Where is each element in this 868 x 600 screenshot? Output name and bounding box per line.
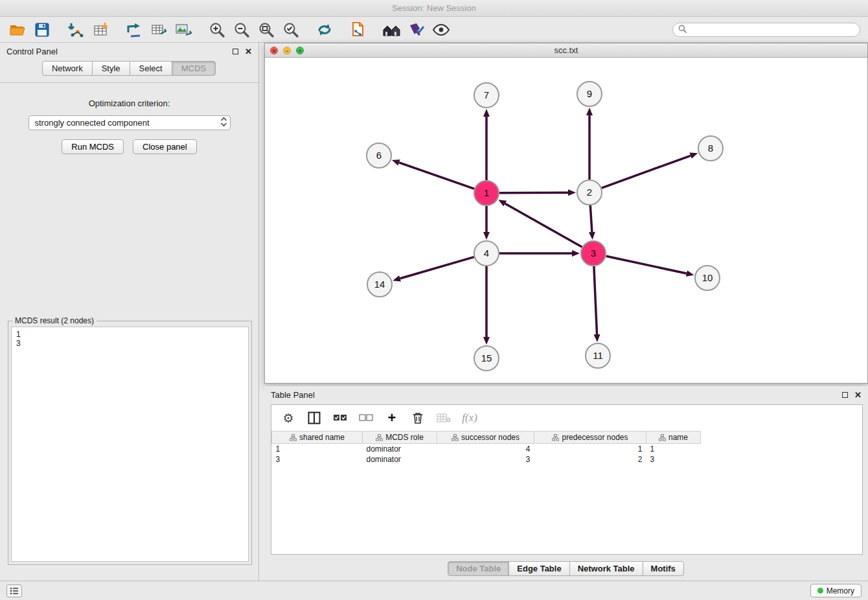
graph-node-label-1: 1 (484, 187, 489, 198)
network-canvas[interactable]: 7968124310141511 (265, 58, 867, 383)
open-file-icon[interactable] (8, 20, 27, 40)
zoom-selected-icon[interactable] (281, 20, 301, 40)
tab-select[interactable]: Select (130, 61, 172, 76)
show-graphics-details-icon[interactable] (431, 20, 451, 40)
window-titlebar[interactable]: Session: New Session (0, 0, 868, 17)
float-panel-icon[interactable] (233, 49, 238, 54)
graph-edge-3-11[interactable] (594, 266, 597, 334)
col-header-mcds-role[interactable]: MCDS role (363, 432, 437, 444)
table-cell[interactable]: 1 (646, 444, 701, 454)
optimization-criterion-label: Optimization criterion: (0, 98, 258, 108)
mcds-result-title: MCDS result (2 nodes) (12, 316, 97, 325)
save-session-icon[interactable] (32, 20, 52, 40)
table-settings-icon[interactable]: ⚙ (280, 410, 296, 426)
graph-node-label-14: 14 (374, 279, 385, 290)
tab-node-table[interactable]: Node Table (448, 561, 509, 576)
unselect-all-columns-icon[interactable] (358, 410, 374, 426)
tab-style[interactable]: Style (92, 61, 130, 76)
search-icon (678, 24, 687, 36)
graph-node-label-2: 2 (587, 187, 592, 198)
delete-column-icon[interactable] (410, 410, 426, 426)
table-cell[interactable]: 1 (272, 444, 363, 454)
table-header-row: shared name MCDS role successor nodes pr… (272, 432, 701, 444)
table-cell[interactable]: 4 (437, 444, 534, 454)
import-table-icon[interactable] (91, 20, 110, 40)
control-panel-tabbar: Network Style Select MCDS (0, 61, 258, 76)
graph-edge-4-14[interactable] (400, 257, 474, 279)
zoom-in-icon[interactable] (207, 20, 227, 40)
float-table-panel-icon[interactable] (842, 392, 848, 398)
graph-node-label-10: 10 (702, 272, 713, 283)
zoom-fit-icon[interactable] (257, 20, 276, 40)
table-tabs: Node Table Edge Table Network Table Moti… (264, 561, 868, 576)
tab-motifs[interactable]: Motifs (643, 561, 684, 576)
select-all-columns-icon[interactable] (332, 410, 348, 426)
col-header-successor-nodes[interactable]: successor nodes (437, 432, 534, 444)
table-cell[interactable]: dominator (363, 454, 437, 465)
memory-button[interactable]: Memory (810, 584, 862, 597)
table-cell[interactable]: 2 (534, 454, 646, 465)
main-toolbar (0, 17, 868, 43)
refresh-view-icon[interactable] (315, 20, 334, 40)
node-table: shared name MCDS role successor nodes pr… (271, 431, 701, 465)
task-history-icon[interactable] (6, 584, 22, 597)
control-panel: Control Panel ✕ Network Style Select MCD… (0, 43, 259, 581)
table-row[interactable]: 3dominator323 (272, 454, 701, 465)
table-toolbar: ⚙ + f(x) (271, 405, 862, 431)
memory-label: Memory (827, 586, 854, 595)
select-stepper-icon (220, 117, 227, 129)
close-panel-button[interactable]: Close panel (133, 139, 197, 154)
maximize-window-icon[interactable]: + (296, 47, 304, 54)
control-panel-header: Control Panel ✕ (0, 43, 258, 60)
search-input[interactable] (690, 25, 854, 34)
table-cell[interactable]: 3 (646, 454, 701, 465)
table-cell[interactable]: 3 (272, 454, 363, 465)
minimize-window-icon[interactable]: − (283, 47, 291, 54)
graph-edge-2-8[interactable] (602, 156, 691, 188)
run-mcds-button[interactable]: Run MCDS (62, 139, 124, 154)
search-box[interactable] (672, 23, 860, 37)
criterion-selected-value: strongly connected component (35, 118, 150, 128)
tab-mcds[interactable]: MCDS (172, 61, 216, 76)
export-network-icon[interactable] (124, 20, 144, 40)
network-window-title: scc.txt (554, 45, 578, 55)
table-cell[interactable]: 3 (437, 454, 534, 465)
table-cell[interactable]: 1 (534, 444, 646, 454)
criterion-select[interactable]: strongly connected component (29, 115, 231, 130)
tab-network[interactable]: Network (42, 61, 93, 76)
duplicate-view-icon[interactable] (348, 20, 368, 40)
export-table-icon[interactable] (149, 20, 168, 40)
tab-edge-table[interactable]: Edge Table (508, 561, 569, 576)
graph-node-label-3: 3 (591, 248, 596, 259)
tabbar-divider (0, 82, 258, 83)
col-header-name[interactable]: name (646, 432, 701, 444)
status-bar: Memory (0, 581, 868, 600)
import-network-icon[interactable] (66, 20, 86, 40)
graph-node-label-15: 15 (481, 352, 492, 363)
graph-edge-1-6[interactable] (399, 163, 474, 189)
first-neighbors-icon[interactable] (382, 20, 402, 40)
graph-edge-3-1[interactable] (505, 203, 582, 247)
mcds-result-list[interactable]: 1 3 (11, 327, 249, 562)
col-header-predecessor-nodes[interactable]: predecessor nodes (534, 432, 646, 444)
add-column-icon[interactable]: + (384, 410, 400, 426)
tab-network-table[interactable]: Network Table (569, 561, 643, 576)
hierarchy-icon (451, 434, 459, 441)
col-header-shared-name[interactable]: shared name (272, 432, 363, 444)
network-window-titlebar[interactable]: ✕ − + scc.txt (265, 43, 867, 58)
graph-edge-3-10[interactable] (606, 256, 687, 273)
graph-edge-2-3[interactable] (590, 205, 592, 232)
zoom-out-icon[interactable] (232, 20, 251, 40)
close-table-panel-icon[interactable]: ✕ (854, 391, 862, 399)
table-row[interactable]: 1dominator411 (272, 444, 701, 454)
table-panel-header: Table Panel ✕ (264, 386, 868, 403)
graph-edge-1-2[interactable] (499, 192, 568, 193)
close-window-icon[interactable]: ✕ (270, 47, 278, 54)
network-graph[interactable]: 7968124310141511 (265, 58, 867, 383)
table-cell[interactable]: dominator (363, 444, 437, 454)
export-image-icon[interactable] (174, 20, 193, 40)
show-columns-icon[interactable] (306, 410, 322, 426)
close-panel-icon[interactable]: ✕ (245, 47, 252, 56)
apply-style-icon[interactable] (407, 20, 426, 40)
memory-status-icon (817, 588, 823, 594)
